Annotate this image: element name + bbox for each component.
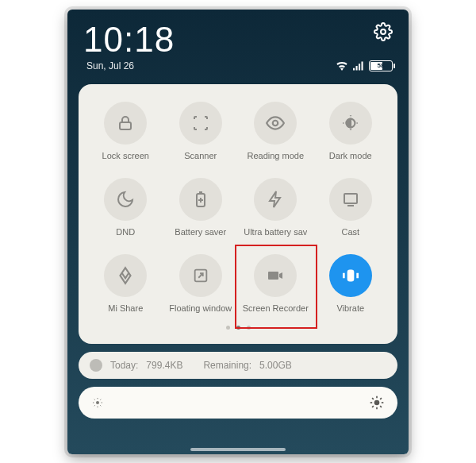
tile-vibrate[interactable]: Vibrate xyxy=(315,254,387,313)
quick-settings-panel: Lock screenScannerReading modeDark modeD… xyxy=(79,84,397,344)
mishare-icon[interactable] xyxy=(104,254,147,297)
battery-icon: 58 xyxy=(369,60,393,71)
tile-ultra-battery[interactable]: Ultra battery sav xyxy=(240,178,312,237)
svg-line-28 xyxy=(372,406,374,407)
cast-icon[interactable] xyxy=(329,178,372,221)
data-usage-icon xyxy=(90,359,102,372)
tile-label: DND xyxy=(116,227,135,237)
svg-point-2 xyxy=(273,120,278,125)
tile-mi-share[interactable]: Mi Share xyxy=(90,254,162,313)
data-usage-row[interactable]: Today: 799.4KB Remaining: 5.00GB xyxy=(79,352,397,379)
status-right: 58 xyxy=(336,22,393,71)
tile-label: Vibrate xyxy=(336,303,364,313)
signal-icon xyxy=(353,61,364,71)
tile-floating-window[interactable]: Floating window xyxy=(165,254,237,313)
wifi-icon xyxy=(336,61,348,71)
tile-label: Scanner xyxy=(184,151,217,160)
home-indicator[interactable] xyxy=(190,448,286,451)
svg-line-27 xyxy=(380,406,382,407)
lock-icon[interactable] xyxy=(104,102,147,145)
bolt-icon[interactable] xyxy=(254,178,297,221)
tile-dark-mode[interactable]: Dark mode xyxy=(315,102,387,160)
tile-lock-screen[interactable]: Lock screen xyxy=(90,102,162,160)
highlight-box xyxy=(235,245,317,329)
eye-icon[interactable] xyxy=(254,102,297,145)
moon-icon[interactable] xyxy=(104,178,147,221)
tile-label: Ultra battery sav xyxy=(244,227,307,237)
today-value: 799.4KB xyxy=(146,360,182,371)
svg-line-29 xyxy=(380,398,382,399)
tile-label: Mi Share xyxy=(108,303,143,313)
page-dot[interactable] xyxy=(226,326,230,330)
svg-point-21 xyxy=(374,399,380,405)
tile-label: Dark mode xyxy=(329,151,372,160)
vibrate-icon[interactable] xyxy=(329,254,372,297)
tile-label: Battery saver xyxy=(175,227,226,237)
darkmode-icon[interactable] xyxy=(329,102,372,145)
status-bar: 10:18 Sun, Jul 26 58 xyxy=(79,19,397,73)
tile-label: Cast xyxy=(341,227,359,237)
tile-dnd[interactable]: DND xyxy=(90,178,162,237)
tile-cast[interactable]: Cast xyxy=(315,178,387,237)
brightness-low-icon xyxy=(91,396,104,409)
svg-rect-11 xyxy=(347,269,354,281)
gear-icon[interactable] xyxy=(374,22,393,41)
svg-line-17 xyxy=(94,399,95,399)
svg-line-26 xyxy=(372,398,374,399)
status-left: 10:18 Sun, Jul 26 xyxy=(83,22,175,71)
clock-time: 10:18 xyxy=(83,22,175,57)
svg-rect-8 xyxy=(344,194,357,203)
battery-plus-icon[interactable] xyxy=(179,178,222,221)
svg-line-20 xyxy=(100,399,101,399)
phone-frame: 10:18 Sun, Jul 26 58 xyxy=(67,10,409,454)
remaining-value: 5.00GB xyxy=(259,360,292,371)
tile-reading-mode[interactable]: Reading mode xyxy=(240,102,312,160)
scanner-icon[interactable] xyxy=(179,102,222,145)
tile-battery-saver[interactable]: Battery saver xyxy=(165,178,237,237)
today-label: Today: xyxy=(110,360,138,371)
svg-point-0 xyxy=(381,29,386,34)
svg-line-18 xyxy=(100,405,101,406)
brightness-slider[interactable] xyxy=(79,387,397,419)
battery-pct: 58 xyxy=(370,62,392,69)
floating-icon[interactable] xyxy=(179,254,222,297)
remaining-label: Remaining: xyxy=(203,360,251,371)
clock-date: Sun, Jul 26 xyxy=(83,60,175,71)
svg-rect-1 xyxy=(120,122,131,129)
tile-label: Lock screen xyxy=(102,151,149,160)
svg-point-12 xyxy=(96,401,99,404)
tile-label: Floating window xyxy=(169,303,232,313)
tile-screen-recorder[interactable]: Screen Recorder xyxy=(240,254,312,313)
quick-settings-grid: Lock screenScannerReading modeDark modeD… xyxy=(90,102,386,313)
tile-scanner[interactable]: Scanner xyxy=(165,102,237,160)
brightness-high-icon xyxy=(369,395,385,411)
tile-label: Reading mode xyxy=(247,151,304,160)
svg-line-19 xyxy=(94,405,95,406)
